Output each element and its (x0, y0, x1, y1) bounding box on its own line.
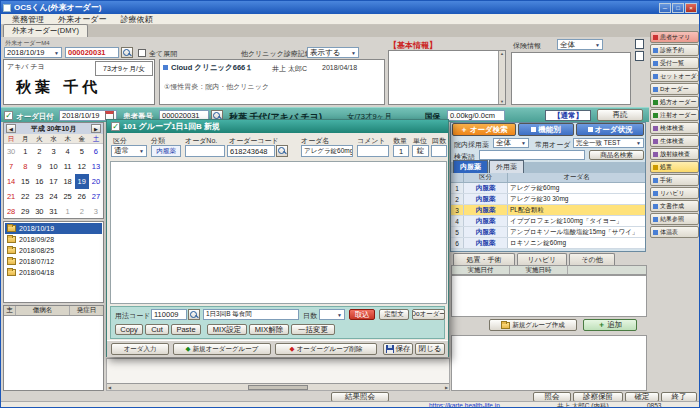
sidebar-item-result-view[interactable]: 結果参照 (650, 213, 699, 225)
minimize-button[interactable]: ─ (659, 3, 671, 13)
calendar-day[interactable]: 15 (18, 174, 32, 189)
maximize-button[interactable]: □ (672, 3, 684, 13)
calendar-day[interactable]: 22 (18, 189, 32, 204)
add-order-button[interactable]: ＋ 追加 (583, 319, 637, 331)
usage-search-button[interactable] (188, 309, 200, 320)
copy-document-icon[interactable] (635, 51, 644, 61)
cut-button[interactable]: Cut (145, 324, 169, 335)
sidebar-item-patient-summary[interactable]: 患者サマリ (650, 31, 699, 43)
calendar-day[interactable]: 6 (89, 144, 103, 159)
scroll-right-icon[interactable]: ▶ (445, 385, 448, 390)
basic-info-scrollbar[interactable]: ▲ ▼ (498, 51, 505, 104)
order-no-field[interactable] (185, 145, 225, 157)
order-input-button[interactable]: オーダ入力 (111, 343, 169, 355)
calendar-day[interactable]: 25 (61, 189, 75, 204)
calendar-day[interactable]: 29 (18, 204, 32, 219)
sidebar-item-reception-list[interactable]: 受付一覧 (650, 57, 699, 69)
calendar-day[interactable]: 3 (46, 144, 60, 159)
menu-shinryo-irai[interactable]: 診療依頼 (113, 14, 159, 25)
menu-gairai-order[interactable]: 外来オーダー (51, 14, 113, 25)
scroll-thumb[interactable] (248, 385, 308, 390)
days-select[interactable] (319, 309, 345, 320)
history-item[interactable]: 2018/08/25 (5, 245, 102, 256)
search-result-row[interactable]: 2 内服薬 アレグラ錠30 30mg (451, 194, 645, 205)
calendar-day-holiday[interactable]: 8 (18, 159, 32, 174)
sidebar-item-physiological-test[interactable]: 生体検査 (650, 135, 699, 147)
calendar-day[interactable]: 20 (89, 174, 103, 189)
calendar-day[interactable]: 26 (75, 189, 89, 204)
order-code-field[interactable]: 618243648 (227, 145, 275, 157)
sidebar-item-injection-order[interactable]: 注射オーダー (650, 109, 699, 121)
calendar-day[interactable]: 13 (89, 159, 103, 174)
calendar-day[interactable]: 2 (32, 144, 46, 159)
sidebar-item-treatment[interactable]: 処置 (650, 161, 699, 173)
comment-field[interactable] (357, 145, 389, 157)
mix-set-button[interactable]: MIX設定 (207, 324, 247, 335)
calendar-day[interactable]: 3 (89, 204, 103, 219)
patient-search-button[interactable] (121, 47, 133, 58)
import-button[interactable]: 取込 (349, 309, 375, 320)
calendar-day[interactable]: 12 (75, 159, 89, 174)
calendar-day[interactable]: 14 (4, 174, 18, 189)
header-date-select[interactable]: 2018/10/19 (4, 47, 62, 58)
calendar-day[interactable]: 17 (46, 174, 60, 189)
match-mode-select[interactable]: 完全一致 TEST (573, 138, 644, 148)
calendar-day[interactable]: 9 (32, 159, 46, 174)
menu-gyomu-kanri[interactable]: 業務管理 (5, 14, 51, 25)
scroll-left-icon[interactable]: ◀ (108, 385, 111, 390)
kubun-select[interactable]: 通常 (111, 145, 147, 157)
tab-gairai-order-dmy[interactable]: 外来オーダー(DMY) (3, 24, 88, 37)
qty-field[interactable]: 1 (393, 145, 409, 157)
sidebar-item-radiology[interactable]: 放射線検査 (650, 148, 699, 160)
usage-text-field[interactable]: 1日3回B 毎食間 (203, 309, 299, 320)
calendar-day[interactable]: 23 (32, 189, 46, 204)
calendar-day[interactable]: 18 (61, 174, 75, 189)
tab-function[interactable]: 機能別 (518, 123, 574, 136)
usage-code-field[interactable]: 110009 (151, 309, 187, 320)
patient-no-field[interactable]: 000020031 (65, 47, 119, 58)
template-button[interactable]: 定型文 (379, 309, 409, 320)
order-name-field[interactable]: アレグラ錠60mg (301, 145, 353, 157)
category-tab-naifukuyaku[interactable]: 内服薬 (453, 160, 488, 173)
new-document-icon[interactable] (635, 39, 644, 49)
product-name-search-button[interactable]: 商品名検索 (589, 150, 644, 160)
copy-button[interactable]: Copy (115, 324, 143, 335)
tab-order-status[interactable]: オーダ状況 (576, 123, 644, 136)
adopted-drug-select[interactable]: 全体 (493, 138, 529, 148)
orders-tab-shochi-shujutsu[interactable]: 処置・手術 (453, 253, 515, 265)
calendar-day[interactable]: 10 (46, 159, 60, 174)
calendar-day-selected[interactable]: 19 (75, 174, 89, 189)
sidebar-item-prescription-order[interactable]: 処方オーダー (650, 96, 699, 108)
history-item[interactable]: 2018/09/28 (5, 234, 102, 245)
history-item[interactable]: 2018/07/12 (5, 256, 102, 267)
expand-all-checkbox[interactable] (138, 49, 146, 57)
order-code-search-button[interactable] (276, 145, 288, 157)
sidebar-item-set-order[interactable]: セットオーダー (650, 70, 699, 82)
sidebar-item-surgery[interactable]: 手術 (650, 174, 699, 186)
category-tab-gaiyoyaku[interactable]: 外用薬 (489, 160, 524, 173)
calendar-day[interactable]: 28 (4, 204, 18, 219)
calendar-day[interactable]: 11 (61, 159, 75, 174)
scroll-up-icon[interactable]: ▲ (500, 51, 504, 56)
orders-tab-sonota[interactable]: その他 (569, 253, 615, 265)
other-clinic-select[interactable]: 表示する (307, 47, 359, 58)
calendar-day[interactable]: 1 (18, 144, 32, 159)
mode-button[interactable]: 【通常】 (545, 110, 591, 121)
keyword-input[interactable] (479, 150, 585, 160)
bulk-change-button[interactable]: 一括変更 (291, 324, 335, 335)
search-result-row[interactable]: 4 内服薬 イブプロフェン錠100mg「タイヨー」 (451, 216, 645, 227)
history-item[interactable]: 2018/04/18 (5, 267, 102, 278)
new-order-group-button[interactable]: ◆ 新規オーダーグループ (173, 343, 271, 355)
scroll-down-icon[interactable]: ▼ (500, 99, 504, 104)
kaisu-field[interactable] (431, 145, 447, 157)
unit-field[interactable]: 錠 (412, 145, 429, 157)
sidebar-item-specimen-test[interactable]: 検体検査 (650, 122, 699, 134)
sidebar-item-document[interactable]: 文書作成 (650, 200, 699, 212)
status-link[interactable]: https://karte.health-life.jp (429, 402, 500, 408)
sidebar-item-rehabilitation[interactable]: リハビリ (650, 187, 699, 199)
sidebar-item-d-order[interactable]: Dオーダー (650, 83, 699, 95)
order-line-list[interactable] (110, 161, 447, 304)
insurance-scope-select[interactable]: 全体 (557, 39, 603, 50)
calendar-day[interactable]: 30 (4, 144, 18, 159)
calendar-day[interactable]: 30 (32, 204, 46, 219)
